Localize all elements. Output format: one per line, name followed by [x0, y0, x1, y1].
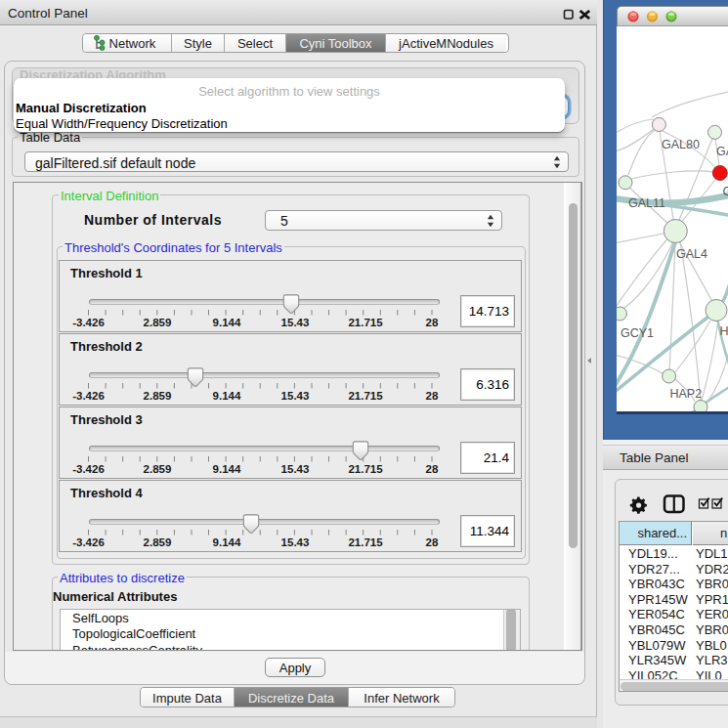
svg-text:GAL11: GAL11	[628, 196, 665, 210]
svg-text:HAP2: HAP2	[670, 387, 703, 401]
svg-text:GA: GA	[716, 145, 728, 158]
svg-text:H: H	[720, 324, 728, 338]
svg-text:GAL80: GAL80	[662, 138, 700, 151]
svg-text:GAL4: GAL4	[676, 247, 707, 261]
svg-text:GCY1: GCY1	[621, 326, 654, 340]
svg-text:G: G	[723, 185, 728, 198]
